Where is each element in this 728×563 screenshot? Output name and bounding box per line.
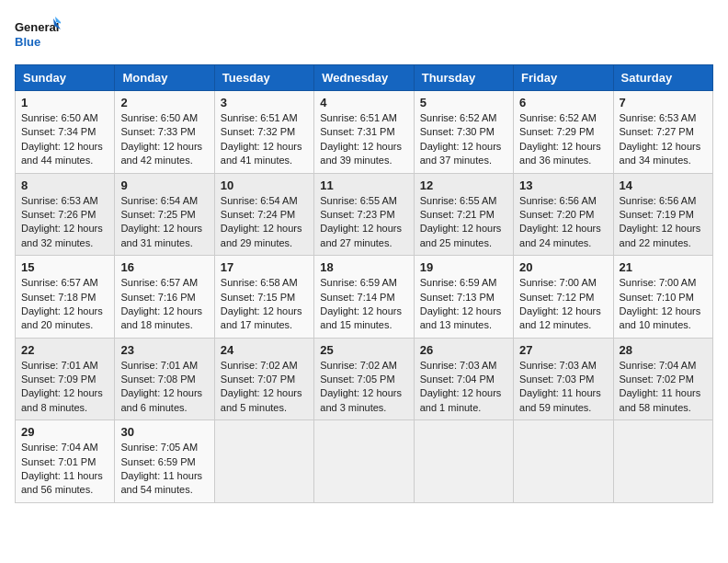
calendar-cell: 3 Sunrise: 6:51 AM Sunset: 7:32 PM Dayli… — [214, 91, 313, 174]
daylight-label: Daylight: 12 hours and 5 minutes. — [221, 387, 302, 412]
calendar-cell: 21 Sunrise: 7:00 AM Sunset: 7:10 PM Dayl… — [613, 256, 712, 339]
calendar-cell: 5 Sunrise: 6:52 AM Sunset: 7:30 PM Dayli… — [414, 91, 513, 174]
day-number: 21 — [620, 260, 707, 274]
daylight-label: Daylight: 12 hours and 27 minutes. — [320, 223, 402, 247]
cell-content: Sunrise: 6:53 AM Sunset: 7:26 PM Dayligh… — [21, 194, 108, 251]
cell-content: Sunrise: 6:59 AM Sunset: 7:13 PM Dayligh… — [420, 276, 507, 333]
daylight-label: Daylight: 11 hours and 56 minutes. — [21, 470, 103, 495]
sunset-label: Sunset: 7:16 PM — [120, 292, 195, 303]
calendar-cell — [514, 420, 613, 503]
day-number: 6 — [519, 96, 607, 109]
daylight-label: Daylight: 11 hours and 58 minutes. — [620, 387, 701, 412]
sunset-label: Sunset: 7:13 PM — [420, 292, 495, 303]
sunset-label: Sunset: 7:26 PM — [21, 209, 96, 220]
calendar-cell — [613, 420, 712, 503]
calendar-cell: 13 Sunrise: 6:56 AM Sunset: 7:20 PM Dayl… — [514, 173, 613, 256]
day-number: 14 — [620, 178, 707, 192]
day-number: 22 — [21, 343, 108, 357]
sunset-label: Sunset: 7:04 PM — [420, 373, 495, 385]
sunrise-label: Sunrise: 7:03 AM — [519, 360, 597, 371]
day-header-tuesday: Tuesday — [214, 65, 313, 91]
sunset-label: Sunset: 7:03 PM — [519, 373, 594, 385]
sunset-label: Sunset: 6:59 PM — [120, 456, 195, 467]
calendar-cell: 28 Sunrise: 7:04 AM Sunset: 7:02 PM Dayl… — [613, 338, 712, 420]
day-number: 15 — [21, 260, 108, 274]
sunrise-label: Sunrise: 6:59 AM — [320, 277, 397, 288]
day-number: 5 — [420, 96, 507, 109]
sunset-label: Sunset: 7:30 PM — [420, 126, 495, 137]
cell-content: Sunrise: 6:50 AM Sunset: 7:33 PM Dayligh… — [120, 111, 208, 168]
daylight-label: Daylight: 12 hours and 39 minutes. — [320, 141, 402, 166]
day-number: 17 — [221, 260, 308, 274]
calendar-cell: 27 Sunrise: 7:03 AM Sunset: 7:03 PM Dayl… — [514, 338, 613, 420]
svg-text:General: General — [15, 20, 59, 34]
calendar-cell: 2 Sunrise: 6:50 AM Sunset: 7:33 PM Dayli… — [115, 91, 214, 174]
logo: General Blue — [15, 15, 61, 53]
calendar-cell — [414, 420, 513, 503]
day-number: 1 — [21, 96, 108, 109]
svg-text:Blue: Blue — [15, 35, 40, 49]
calendar-cell: 16 Sunrise: 6:57 AM Sunset: 7:16 PM Dayl… — [115, 256, 214, 339]
calendar-cell: 1 Sunrise: 6:50 AM Sunset: 7:34 PM Dayli… — [16, 91, 115, 174]
sunrise-label: Sunrise: 6:55 AM — [420, 195, 497, 206]
cell-content: Sunrise: 7:03 AM Sunset: 7:03 PM Dayligh… — [519, 359, 607, 416]
daylight-label: Daylight: 11 hours and 59 minutes. — [519, 387, 601, 412]
daylight-label: Daylight: 12 hours and 18 minutes. — [120, 305, 202, 330]
day-number: 29 — [21, 425, 108, 439]
calendar-cell: 25 Sunrise: 7:02 AM Sunset: 7:05 PM Dayl… — [314, 338, 414, 420]
day-number: 24 — [221, 343, 308, 357]
cell-content: Sunrise: 6:56 AM Sunset: 7:20 PM Dayligh… — [519, 194, 607, 251]
cell-content: Sunrise: 7:03 AM Sunset: 7:04 PM Dayligh… — [420, 359, 507, 416]
cell-content: Sunrise: 6:54 AM Sunset: 7:25 PM Dayligh… — [120, 194, 208, 251]
daylight-label: Daylight: 12 hours and 3 minutes. — [320, 387, 402, 412]
daylight-label: Daylight: 12 hours and 25 minutes. — [420, 223, 502, 247]
sunrise-label: Sunrise: 6:53 AM — [21, 195, 98, 206]
sunrise-label: Sunrise: 7:05 AM — [120, 442, 198, 453]
sunrise-label: Sunrise: 6:53 AM — [620, 112, 697, 123]
sunset-label: Sunset: 7:15 PM — [221, 292, 295, 303]
sunrise-label: Sunrise: 7:04 AM — [21, 442, 98, 453]
sunset-label: Sunset: 7:12 PM — [519, 292, 594, 303]
day-header-thursday: Thursday — [414, 65, 513, 91]
calendar-cell: 10 Sunrise: 6:54 AM Sunset: 7:24 PM Dayl… — [214, 173, 313, 256]
cell-content: Sunrise: 6:55 AM Sunset: 7:23 PM Dayligh… — [320, 194, 407, 251]
sunrise-label: Sunrise: 7:02 AM — [320, 360, 397, 371]
sunset-label: Sunset: 7:19 PM — [620, 209, 694, 220]
day-header-wednesday: Wednesday — [314, 65, 414, 91]
cell-content: Sunrise: 7:05 AM Sunset: 6:59 PM Dayligh… — [120, 441, 208, 498]
sunrise-label: Sunrise: 6:52 AM — [519, 112, 597, 123]
day-number: 16 — [120, 260, 208, 274]
sunrise-label: Sunrise: 6:50 AM — [21, 112, 98, 123]
daylight-label: Daylight: 12 hours and 29 minutes. — [221, 223, 302, 247]
sunset-label: Sunset: 7:14 PM — [320, 292, 394, 303]
sunset-label: Sunset: 7:20 PM — [519, 209, 594, 220]
day-header-monday: Monday — [115, 65, 214, 91]
sunset-label: Sunset: 7:05 PM — [320, 373, 394, 385]
cell-content: Sunrise: 6:52 AM Sunset: 7:29 PM Dayligh… — [519, 111, 607, 168]
sunset-label: Sunset: 7:33 PM — [120, 126, 195, 137]
cell-content: Sunrise: 6:51 AM Sunset: 7:32 PM Dayligh… — [221, 111, 308, 168]
cell-content: Sunrise: 6:52 AM Sunset: 7:30 PM Dayligh… — [420, 111, 507, 168]
daylight-label: Daylight: 12 hours and 37 minutes. — [420, 141, 502, 166]
calendar-cell: 6 Sunrise: 6:52 AM Sunset: 7:29 PM Dayli… — [514, 91, 613, 174]
sunrise-label: Sunrise: 6:51 AM — [221, 112, 298, 123]
daylight-label: Daylight: 12 hours and 20 minutes. — [21, 305, 103, 330]
calendar-cell: 18 Sunrise: 6:59 AM Sunset: 7:14 PM Dayl… — [314, 256, 414, 339]
day-number: 20 — [519, 260, 607, 274]
sunrise-label: Sunrise: 6:52 AM — [420, 112, 497, 123]
daylight-label: Daylight: 12 hours and 12 minutes. — [519, 305, 601, 330]
day-number: 25 — [320, 343, 407, 357]
calendar-cell: 9 Sunrise: 6:54 AM Sunset: 7:25 PM Dayli… — [115, 173, 214, 256]
cell-content: Sunrise: 6:51 AM Sunset: 7:31 PM Dayligh… — [320, 111, 407, 168]
sunset-label: Sunset: 7:31 PM — [320, 126, 394, 137]
sunrise-label: Sunrise: 6:54 AM — [120, 195, 198, 206]
calendar-week-3: 15 Sunrise: 6:57 AM Sunset: 7:18 PM Dayl… — [16, 256, 713, 339]
calendar-cell: 15 Sunrise: 6:57 AM Sunset: 7:18 PM Dayl… — [16, 256, 115, 339]
cell-content: Sunrise: 6:54 AM Sunset: 7:24 PM Dayligh… — [221, 194, 308, 251]
day-number: 7 — [620, 96, 707, 109]
day-number: 2 — [120, 96, 208, 109]
sunrise-label: Sunrise: 7:02 AM — [221, 360, 298, 371]
sunrise-label: Sunrise: 7:00 AM — [620, 277, 697, 288]
calendar-cell: 29 Sunrise: 7:04 AM Sunset: 7:01 PM Dayl… — [16, 420, 115, 503]
calendar-cell: 17 Sunrise: 6:58 AM Sunset: 7:15 PM Dayl… — [214, 256, 313, 339]
